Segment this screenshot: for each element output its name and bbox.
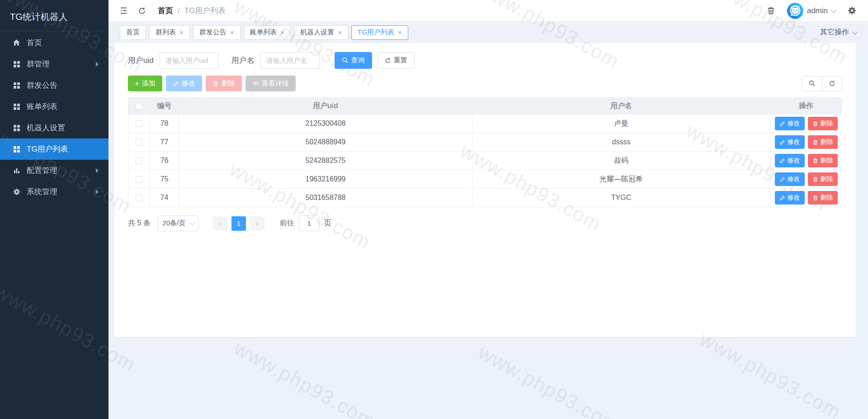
content-card: 用户uid 用户名 查询 重置 [114,43,856,337]
table-refresh-button[interactable] [822,76,842,91]
name-filter-input[interactable] [260,52,320,69]
uid-filter-label: 用户uid [128,55,154,66]
sidebar-item-tg-users[interactable]: TG用户列表 [0,138,108,160]
row-checkbox[interactable] [136,139,142,146]
sidebar-item-config-manage[interactable]: 配置管理 [0,160,108,181]
table-row: 77 5024888949 dssss 修改 删除 [128,133,842,152]
plus-icon: + [135,80,139,87]
cell-uid: 5242882575 [179,152,472,170]
edit-button-disabled[interactable]: 修改 [166,76,202,91]
row-edit-button[interactable]: 修改 [775,191,805,205]
tab-label: 群列表 [156,28,176,37]
chevron-down-icon [189,219,195,225]
sidebar-item-label: 首页 [27,38,42,48]
row-delete-button[interactable]: 删除 [808,117,838,130]
row-edit-label: 修改 [788,119,800,128]
tab-broadcast[interactable]: 群发公告 × [193,25,241,40]
row-checkbox[interactable] [136,176,142,183]
close-icon[interactable]: × [398,29,402,36]
collapse-sidebar-icon[interactable] [119,6,128,15]
row-delete-button[interactable]: 删除 [808,172,838,186]
header-actions: 操作 [770,98,842,114]
tab-label: TG用户列表 [358,28,394,37]
user-menu[interactable]: admin [807,6,835,15]
close-icon[interactable]: × [230,29,234,36]
next-page-button[interactable]: › [250,216,264,231]
pencil-icon [779,176,785,182]
pencil-icon [779,139,785,145]
chevron-down-icon [852,29,858,35]
tab-home[interactable]: 首页 [120,25,146,40]
sidebar-item-broadcast[interactable]: 群发公告 [0,75,108,96]
delete-button-disabled[interactable]: 删除 [206,76,242,91]
cell-id: 76 [150,152,179,170]
close-icon[interactable]: × [338,29,342,36]
sidebar-item-bills[interactable]: 账单列表 [0,96,108,117]
breadcrumb-current: TG用户列表 [184,5,226,16]
close-icon[interactable]: × [281,29,285,36]
select-all-checkbox[interactable] [136,103,142,110]
tabs-bar: 首页 群列表 × 群发公告 × 账单列表 × 机器人设置 × TG用户列表 × [108,22,868,43]
view-detail-button-disabled[interactable]: 查看详情 [245,76,296,91]
pagination-total: 共 5 条 [128,219,151,228]
row-edit-button[interactable]: 修改 [775,172,805,186]
sidebar-menu: 首页 群管理 群发公告 账单列表 机器人设置 TG用户列表 [0,32,108,202]
table-search-toggle-button[interactable] [802,76,822,91]
grid-icon [13,81,20,89]
page-unit-label: 页 [324,219,331,228]
pencil-icon [173,81,179,87]
add-button-label: 添加 [142,79,156,88]
grid-icon [13,103,20,110]
tab-tg-users[interactable]: TG用户列表 × [351,25,408,40]
row-delete-button[interactable]: 删除 [808,154,838,167]
tab-bot-settings[interactable]: 机器人设置 × [294,25,348,40]
sidebar-item-system-manage[interactable]: 系统管理 [0,181,108,202]
sidebar-item-label: 机器人设置 [27,123,65,133]
trash-icon [212,81,219,87]
row-delete-button[interactable]: 删除 [808,135,838,149]
row-checkbox[interactable] [136,195,142,201]
refresh-icon [385,57,391,64]
table-header-row: 编号 用户uid 用户名 操作 [128,98,842,114]
app-title: TG统计机器人 [0,0,108,32]
row-edit-button[interactable]: 修改 [775,117,805,130]
row-edit-label: 修改 [788,138,800,146]
add-button[interactable]: + 添加 [128,76,162,91]
avatar[interactable] [787,3,803,19]
sidebar-item-group-manage[interactable]: 群管理 [0,53,108,75]
prev-page-button[interactable]: ‹ [213,216,227,231]
cell-name: 叔码 [472,152,770,170]
close-icon[interactable]: × [179,29,184,36]
other-actions-dropdown[interactable]: 其它操作 [820,28,856,37]
app-root: TG统计机器人 首页 群管理 群发公告 账单列表 [0,0,868,419]
row-checkbox[interactable] [136,157,142,164]
content-wrapper: 用户uid 用户名 查询 重置 [108,43,868,419]
sidebar-item-label: 群发公告 [27,80,57,90]
search-button[interactable]: 查询 [335,52,372,69]
pencil-icon [779,121,785,127]
tab-group-list[interactable]: 群列表 × [149,25,190,40]
row-checkbox[interactable] [136,120,142,127]
tab-bills[interactable]: 账单列表 × [244,25,291,40]
page-number-button[interactable]: 1 [231,216,246,231]
tab-label: 账单列表 [250,28,277,37]
breadcrumb-home[interactable]: 首页 [158,5,173,16]
sidebar-item-label: 群管理 [27,59,50,69]
page-size-select[interactable]: 20条/页 [158,215,198,231]
refresh-page-icon[interactable] [138,7,146,15]
goto-page-input[interactable] [299,215,320,231]
row-edit-label: 修改 [788,175,800,183]
cell-name: 卢曼 [472,114,770,133]
uid-filter-input[interactable] [160,52,219,69]
cell-uid: 5031658788 [179,189,472,207]
trash-icon[interactable] [767,6,775,15]
breadcrumb: 首页 / TG用户列表 [158,5,226,16]
reset-button[interactable]: 重置 [377,52,415,69]
sidebar-item-home[interactable]: 首页 [0,32,108,53]
gear-icon [13,188,20,195]
row-edit-button[interactable]: 修改 [775,135,805,149]
sidebar-item-bot-settings[interactable]: 机器人设置 [0,117,108,138]
row-delete-button[interactable]: 删除 [808,191,838,205]
settings-gear-icon[interactable] [848,6,856,15]
row-edit-button[interactable]: 修改 [775,154,805,167]
